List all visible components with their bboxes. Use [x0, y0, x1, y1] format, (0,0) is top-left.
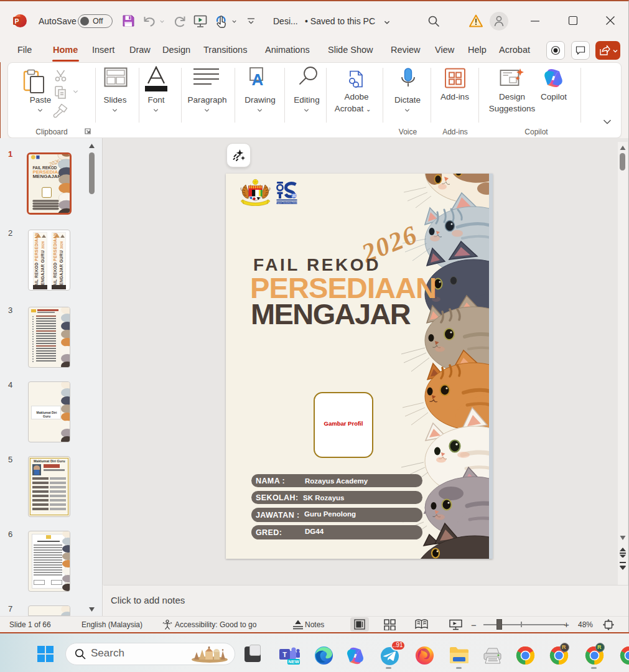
svg-text:P: P — [14, 17, 19, 25]
svg-text:MENGAJAR: MENGAJAR — [32, 174, 61, 179]
svg-text:A: A — [252, 70, 264, 86]
svg-text:T: T — [282, 651, 287, 658]
svg-text:NEW: NEW — [288, 659, 299, 665]
